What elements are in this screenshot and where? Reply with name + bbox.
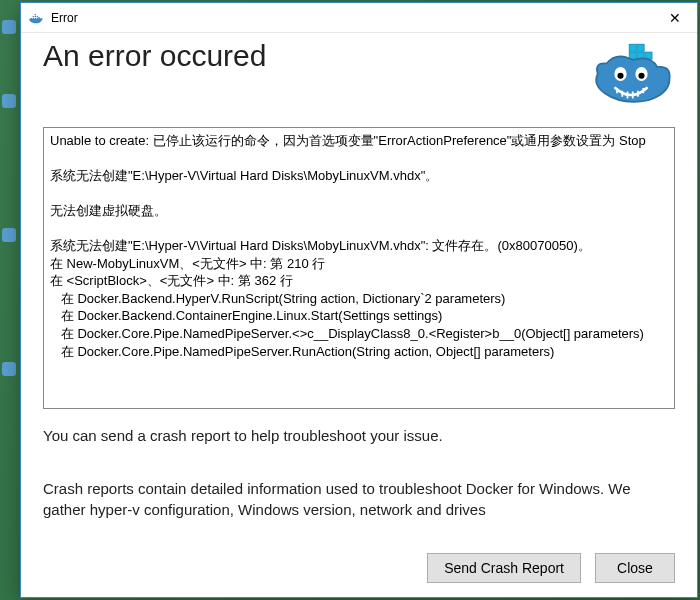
close-icon: ✕ — [669, 10, 681, 26]
docker-whale-icon — [587, 39, 675, 109]
svg-point-6 — [617, 73, 623, 79]
crash-report-prompt: You can send a crash report to help trou… — [43, 427, 675, 444]
docker-app-icon — [27, 9, 45, 27]
close-button[interactable]: Close — [595, 553, 675, 583]
dialog-content: An error occured Un — [21, 33, 697, 597]
titlebar[interactable]: Error ✕ — [21, 3, 697, 33]
window-close-button[interactable]: ✕ — [652, 3, 697, 33]
bg-icon — [2, 94, 16, 108]
svg-rect-0 — [629, 44, 636, 51]
error-text-area[interactable]: Unable to create: 已停止该运行的命令，因为首选项变量"Erro… — [44, 128, 674, 408]
bg-icon — [2, 20, 16, 34]
header-row: An error occured — [43, 39, 675, 109]
svg-rect-1 — [637, 44, 644, 51]
error-dialog-window: Error ✕ An error occured — [20, 2, 698, 598]
bg-icon — [2, 362, 16, 376]
error-text-frame: Unable to create: 已停止该运行的命令，因为首选项变量"Erro… — [43, 127, 675, 409]
bg-icon — [2, 228, 16, 242]
crash-report-description: Crash reports contain detailed informati… — [43, 478, 675, 520]
error-heading: An error occured — [43, 39, 587, 73]
window-title: Error — [51, 11, 652, 25]
background-window-edge — [2, 0, 20, 600]
button-row: Send Crash Report Close — [427, 553, 675, 583]
send-crash-report-button[interactable]: Send Crash Report — [427, 553, 581, 583]
svg-point-8 — [638, 73, 644, 79]
